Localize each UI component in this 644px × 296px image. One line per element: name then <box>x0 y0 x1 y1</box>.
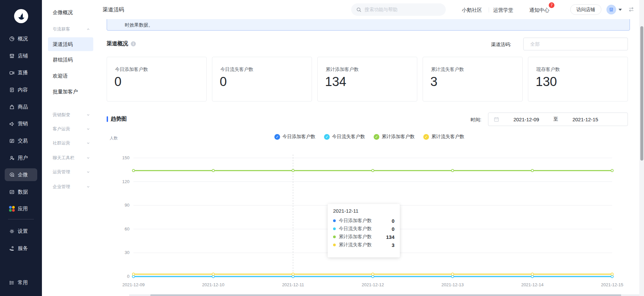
sidebar-item-shop[interactable]: 店铺 <box>5 49 37 62</box>
search-icon <box>356 7 362 12</box>
sidebar-item-label: 概况 <box>18 36 28 42</box>
sidebar-item-label: 常用 <box>18 280 28 286</box>
secondary-sidebar: 企微概况 引流获客渠道活码群组活码欢迎语批量加客户营销裂变客户运营社群运营聊天工… <box>42 0 99 296</box>
sidebar-item-service[interactable]: 服务 <box>5 242 37 255</box>
sidebar-item-label: 应用 <box>18 206 28 212</box>
sidebar-item-frequent[interactable]: 常用 <box>5 276 37 289</box>
section-accent-bar <box>107 116 108 122</box>
brand-logo[interactable] <box>14 9 28 23</box>
svg-text:60: 60 <box>125 226 129 231</box>
channel-code-select[interactable]: 全部 <box>523 38 628 50</box>
stat-card: 累计流失客户数3 <box>423 57 523 101</box>
sidebar-item-data[interactable]: 数据 <box>5 185 37 198</box>
link-notifications[interactable]: 通知中心 <box>529 7 549 13</box>
legend-item[interactable]: ✓累计流失客户数 <box>423 134 464 140</box>
store-avatar[interactable] <box>606 5 616 14</box>
subsidebar-item[interactable]: 渠道活码 <box>48 37 93 51</box>
chevron-down-icon <box>87 156 90 161</box>
legend-check-icon: ✓ <box>274 134 280 140</box>
notification-badge: 7 <box>549 2 554 8</box>
stat-card-value: 134 <box>325 75 346 89</box>
stat-card: 累计添加客户数134 <box>317 57 417 101</box>
sidebar-divider <box>8 219 34 219</box>
tooltip-row: 今日流失客户数0 <box>333 225 394 233</box>
sidebar-item-settings[interactable]: 设置 <box>5 225 37 238</box>
chevron-down-icon <box>87 141 90 146</box>
sidebar-item-label: 用户 <box>18 155 28 161</box>
topbar-separator <box>489 7 489 12</box>
app-root: 概况店铺直播内容商品营销交易用户企微数据应用设置服务常用 企微概况 引流获客渠道… <box>0 0 644 296</box>
svg-text:30: 30 <box>125 250 129 255</box>
date-range-picker[interactable]: 2021-12-09 至 2021-12-15 <box>488 113 628 126</box>
sidebar-item-marketing[interactable]: 营销 <box>5 117 37 130</box>
stat-card-value: 0 <box>220 75 227 89</box>
legend-label: 累计流失客户数 <box>431 134 464 140</box>
sidebar-item-label: 数据 <box>18 189 28 195</box>
group-label: 客户运营 <box>53 126 70 132</box>
trend-section-header: 趋势图 <box>107 116 127 123</box>
svg-text:2021-12-11: 2021-12-11 <box>282 282 304 287</box>
notice-text: 时效果数据。 <box>125 22 153 28</box>
svg-text:0: 0 <box>127 274 129 279</box>
search-input[interactable]: 搜索功能与帮助 <box>351 3 446 16</box>
svg-text:2021-12-09: 2021-12-09 <box>122 282 145 287</box>
vertical-scrollbar[interactable] <box>639 0 644 296</box>
legend-label: 今日流失客户数 <box>332 134 365 140</box>
sidebar-item-label: 直播 <box>18 70 28 76</box>
chart-tooltip: 2021-12-11 今日添加客户数0今日流失客户数0累计添加客户数134累计流… <box>328 204 400 257</box>
subsidebar-group-collapsed[interactable]: 营销裂变 <box>48 112 93 118</box>
stat-card: 今日添加客户数0 <box>107 57 207 101</box>
sidebar-item-wecom[interactable]: 企微 <box>5 168 37 181</box>
chevron-down-icon <box>87 170 90 175</box>
link-community[interactable]: 小鹅社区 <box>462 7 482 13</box>
sidebar-item-label: 内容 <box>18 87 28 93</box>
chevron-down-icon[interactable] <box>619 9 622 11</box>
horizontal-scrollbar[interactable] <box>129 294 639 296</box>
legend-item[interactable]: ✓今日流失客户数 <box>324 134 365 140</box>
sidebar-item-content[interactable]: 内容 <box>5 83 37 96</box>
switch-shop-icon[interactable] <box>628 6 635 14</box>
stat-card-label: 今日流失客户数 <box>220 67 253 73</box>
sidebar-item-label: 营销 <box>18 121 28 127</box>
chevron-down-icon <box>87 113 90 118</box>
svg-text:90: 90 <box>125 203 129 208</box>
tooltip-series-label: 累计流失客户数 <box>339 242 392 248</box>
sidebar-item-apps[interactable]: 应用 <box>5 202 37 215</box>
subsidebar-group-collapsed[interactable]: 运营管理 <box>48 169 93 175</box>
subsidebar-group-collapsed[interactable]: 社群运营 <box>48 140 93 146</box>
visit-shop-button[interactable]: 访问店铺 <box>570 4 601 15</box>
legend-item[interactable]: ✓累计添加客户数 <box>374 134 415 140</box>
legend-label: 累计添加客户数 <box>382 134 415 140</box>
legend-check-icon: ✓ <box>324 134 330 140</box>
time-label: 时间: <box>471 117 481 123</box>
legend-item[interactable]: ✓今日添加客户数 <box>274 134 315 140</box>
subsidebar-item[interactable]: 批量加客户 <box>48 85 93 98</box>
stat-card-label: 累计添加客户数 <box>326 67 359 73</box>
tooltip-row: 累计流失客户数3 <box>333 241 394 249</box>
subsidebar-group-collapsed[interactable]: 聊天工具栏 <box>48 155 93 161</box>
sidebar-item-goods[interactable]: 商品 <box>5 100 37 113</box>
calendar-icon <box>494 117 499 122</box>
horizontal-scrollbar-thumb[interactable] <box>150 294 621 296</box>
vertical-scrollbar-thumb[interactable] <box>640 26 643 161</box>
date-end[interactable]: 2021-12-15 <box>560 117 610 122</box>
tooltip-series-value: 0 <box>392 218 394 224</box>
sidebar-item-users[interactable]: 用户 <box>5 152 37 164</box>
chevron-down-icon <box>87 127 90 132</box>
sidebar-item-overview[interactable]: 概况 <box>5 32 37 45</box>
subsidebar-group-collapsed[interactable]: 企业管理 <box>48 183 93 190</box>
sidebar-item-label: 企微 <box>18 172 28 178</box>
tooltip-series-value: 0 <box>392 226 394 232</box>
svg-text:2021-12-13: 2021-12-13 <box>441 282 464 287</box>
legend-check-icon: ✓ <box>423 134 429 140</box>
subsidebar-group-collapsed[interactable]: 客户运营 <box>48 126 93 132</box>
sidebar-item-trade[interactable]: 交易 <box>5 134 37 147</box>
svg-text:150: 150 <box>122 155 129 160</box>
info-icon[interactable]: i <box>131 41 136 46</box>
link-academy[interactable]: 运营学堂 <box>493 7 513 13</box>
sidebar-item-live[interactable]: 直播 <box>5 66 37 79</box>
subsidebar-group-expanded[interactable]: 引流获客 <box>48 26 93 33</box>
subsidebar-item[interactable]: 群组活码 <box>48 53 93 67</box>
subsidebar-item[interactable]: 欢迎语 <box>48 69 93 83</box>
date-start[interactable]: 2021-12-09 <box>501 117 551 122</box>
